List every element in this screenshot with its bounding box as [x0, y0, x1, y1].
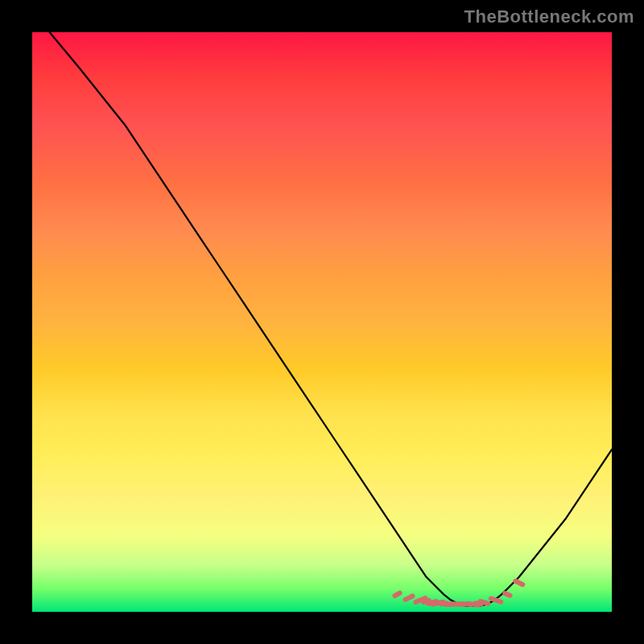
bottom-markers: [395, 581, 523, 605]
curve-layer: [32, 32, 612, 612]
marker-dash: [505, 593, 510, 596]
marker-dash: [515, 581, 522, 584]
bottleneck-curve: [50, 32, 612, 606]
marker-dash: [491, 599, 501, 602]
chart-frame: TheBottleneck.com: [0, 0, 644, 644]
watermark-text: TheBottleneck.com: [464, 6, 634, 27]
marker-dash: [481, 601, 489, 604]
plot-area: [32, 32, 612, 612]
marker-dash: [406, 597, 413, 600]
marker-dash: [395, 593, 400, 596]
